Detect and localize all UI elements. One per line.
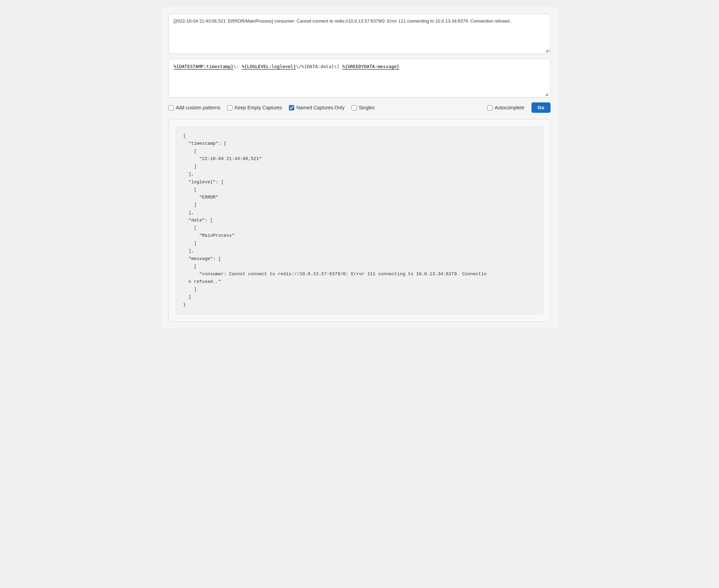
options-row: Add custom patterns Keep Empty Captures … [168, 102, 551, 113]
grok-token-datestamp: %{DATESTAMP:timestamp} [174, 64, 233, 70]
pattern-textarea-wrapper: %{DATESTAMP:timestamp}\: %{LOGLEVEL:logl… [168, 59, 551, 98]
autocomplete-checkbox[interactable] [487, 105, 493, 110]
named-captures-only-label: Named Captures Only [296, 105, 345, 110]
input-textarea[interactable]: [2022-10-04 21:43:06,521: ERROR/MainProc… [169, 14, 550, 52]
result-inner: { "timestamp": [ [ "22-10-04 21:43:06,52… [176, 126, 543, 314]
input-textarea-wrapper: [2022-10-04 21:43:06,521: ERROR/MainProc… [168, 14, 551, 54]
add-custom-patterns-checkbox[interactable] [168, 105, 174, 110]
add-custom-patterns-option[interactable]: Add custom patterns [168, 105, 220, 110]
autocomplete-option[interactable]: Autocomplete [487, 105, 524, 110]
named-captures-only-checkbox[interactable] [289, 105, 294, 110]
add-custom-patterns-label: Add custom patterns [176, 105, 220, 110]
singles-checkbox[interactable] [352, 105, 357, 110]
keep-empty-captures-checkbox[interactable] [227, 105, 232, 110]
pattern-literal-1: \: [233, 64, 241, 69]
main-container: [2022-10-04 21:43:06,521: ERROR/MainProc… [162, 7, 557, 329]
autocomplete-label: Autocomplete [495, 105, 524, 110]
singles-label: Singles [359, 105, 375, 110]
json-output: { "timestamp": [ [ "22-10-04 21:43:06,52… [183, 132, 536, 309]
go-button[interactable]: Go [531, 102, 551, 113]
singles-option[interactable]: Singles [352, 105, 375, 110]
keep-empty-captures-option[interactable]: Keep Empty Captures [227, 105, 282, 110]
grok-token-loglevel: %{LOGLEVEL:loglevel} [242, 64, 296, 70]
pattern-display[interactable]: %{DATESTAMP:timestamp}\: %{LOGLEVEL:logl… [169, 59, 550, 97]
grok-token-greedydata: %{GREEDYDATA:message} [342, 64, 399, 70]
result-container: { "timestamp": [ [ "22-10-04 21:43:06,52… [168, 119, 551, 322]
named-captures-only-option[interactable]: Named Captures Only [289, 105, 345, 110]
keep-empty-captures-label: Keep Empty Captures [234, 105, 282, 110]
pattern-literal-2: \/%{DATA:data}\] [296, 64, 342, 69]
